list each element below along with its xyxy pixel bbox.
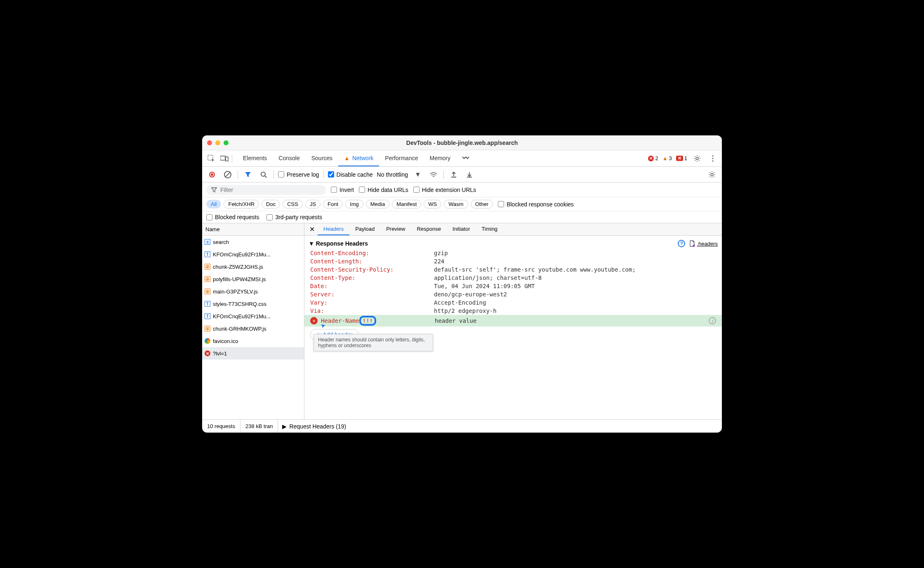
close-window[interactable]: [207, 140, 212, 145]
panel-settings-icon[interactable]: [706, 169, 718, 180]
header-row: Content-Encoding:gzip: [304, 249, 722, 257]
request-headers-section[interactable]: ▶ Request Headers (19): [278, 421, 350, 431]
pill-wasm[interactable]: Wasm: [444, 200, 468, 208]
headers-file-link[interactable]: .headers: [689, 240, 718, 247]
request-row[interactable]: favicon.ico: [202, 335, 304, 347]
stylesheet-icon: T: [205, 301, 210, 307]
request-detail-pane: ✕ Headers Payload Preview Response Initi…: [304, 223, 722, 419]
response-headers-section[interactable]: ▼ Response Headers ? .headers: [304, 238, 722, 249]
pill-fetch[interactable]: Fetch/XHR: [224, 200, 259, 208]
tab-network[interactable]: ▲ Network: [338, 150, 379, 166]
device-toggle-icon[interactable]: [219, 153, 230, 164]
invert-checkbox[interactable]: Invert: [331, 187, 354, 193]
detail-tabs: ✕ Headers Payload Preview Response Initi…: [304, 223, 722, 236]
tab-memory[interactable]: Memory: [424, 150, 456, 166]
pill-manifest[interactable]: Manifest: [392, 200, 421, 208]
hide-extension-urls-checkbox[interactable]: Hide extension URLs: [413, 187, 476, 193]
tab-response[interactable]: Response: [411, 223, 447, 235]
tab-initiator[interactable]: Initiator: [447, 223, 476, 235]
titlebar: DevTools - bubble-jingle.web.app/search: [202, 135, 722, 150]
upload-har-icon[interactable]: [448, 169, 460, 180]
disable-cache-checkbox[interactable]: Disable cache: [328, 171, 373, 178]
help-icon[interactable]: ?: [678, 240, 685, 247]
preserve-log-checkbox[interactable]: Preserve log: [278, 171, 319, 178]
header-name-input[interactable]: Header-Name!!!: [321, 316, 435, 326]
pill-font[interactable]: Font: [323, 200, 343, 208]
close-detail-button[interactable]: ✕: [306, 223, 318, 235]
maximize-window[interactable]: [224, 140, 229, 145]
minimize-window[interactable]: [215, 140, 220, 145]
blocked-cookies-checkbox[interactable]: Blocked response cookies: [498, 201, 574, 208]
network-content: Name ≡search TKFOmCnqEu92Fr1Mu... ⦿chunk…: [202, 223, 722, 419]
name-column-header[interactable]: Name: [202, 223, 304, 236]
request-row[interactable]: ⦿main-G3PZY5LV.js: [202, 285, 304, 298]
invalid-chars-highlight: !!!: [359, 316, 376, 326]
more-menu-icon[interactable]: [707, 153, 719, 164]
tab-console[interactable]: Console: [273, 150, 305, 166]
pill-all[interactable]: All: [206, 200, 221, 208]
request-list-pane: Name ≡search TKFOmCnqEu92Fr1Mu... ⦿chunk…: [202, 223, 304, 419]
status-requests: 10 requests: [202, 420, 240, 433]
third-party-checkbox[interactable]: 3rd-party requests: [266, 214, 322, 220]
tab-timing[interactable]: Timing: [476, 223, 504, 235]
download-har-icon[interactable]: [464, 169, 475, 180]
request-row[interactable]: TKFOmCnqEu92Fr1Mu...: [202, 248, 304, 260]
tab-headers[interactable]: Headers: [318, 223, 349, 235]
warning-count[interactable]: ▲ 3: [662, 155, 672, 161]
header-edit-row[interactable]: ✕ Header-Name!!! header value i ➤: [304, 315, 722, 327]
filter-row: Invert Hide data URLs Hide extension URL…: [202, 182, 722, 197]
disclosure-triangle-icon: ▶: [282, 423, 287, 430]
record-button[interactable]: [206, 169, 218, 180]
filter-input[interactable]: [220, 187, 321, 193]
issue-count[interactable]: ✕ 1: [676, 155, 687, 161]
warning-icon: ▲: [344, 155, 350, 161]
favicon-icon: [205, 338, 210, 344]
blocked-requests-checkbox[interactable]: Blocked requests: [206, 214, 259, 220]
pill-js[interactable]: JS: [305, 200, 321, 208]
main-tabs-bar: Elements Console Sources ▲ Network Perfo…: [202, 150, 722, 167]
filter-toggle-icon[interactable]: [242, 169, 254, 180]
header-value-input[interactable]: header value: [435, 317, 476, 324]
request-row[interactable]: TKFOmCnqEu92Fr1Mu...: [202, 310, 304, 322]
request-row[interactable]: ⦿chunk-Z5WZJGHS.js: [202, 260, 304, 273]
header-row: Server:deno/gcp-europe-west2: [304, 290, 722, 298]
request-row[interactable]: ≡search: [202, 236, 304, 248]
pill-img[interactable]: Img: [345, 200, 363, 208]
tab-performance[interactable]: Performance: [379, 150, 424, 166]
header-row: Content-Length:224: [304, 257, 722, 265]
network-toolbar: Preserve log Disable cache No throttling…: [202, 167, 722, 182]
clear-button[interactable]: [222, 169, 233, 180]
search-icon[interactable]: [258, 169, 269, 180]
tab-elements[interactable]: Elements: [237, 150, 273, 166]
validation-tooltip: Header names should contain only letters…: [314, 334, 433, 351]
settings-icon[interactable]: [691, 153, 703, 164]
info-icon[interactable]: i: [709, 317, 716, 324]
resource-type-pills: All Fetch/XHR Doc CSS JS Font Img Media …: [202, 197, 722, 211]
tab-preview[interactable]: Preview: [380, 223, 411, 235]
network-conditions-icon[interactable]: [428, 169, 439, 180]
hide-data-urls-checkbox[interactable]: Hide data URLs: [359, 187, 408, 193]
inspect-icon[interactable]: [205, 153, 217, 164]
request-row[interactable]: Tstyles-T73CSHRQ.css: [202, 298, 304, 310]
svg-point-9: [711, 173, 713, 176]
window-title: DevTools - bubble-jingle.web.app/search: [202, 140, 722, 146]
throttling-select[interactable]: No throttling: [377, 171, 408, 178]
pill-ws[interactable]: WS: [424, 200, 441, 208]
error-count[interactable]: ✕ 2: [648, 155, 658, 161]
pill-doc[interactable]: Doc: [262, 200, 280, 208]
request-row[interactable]: ⦿chunk-GRHMKOWP.js: [202, 322, 304, 335]
tab-sources[interactable]: Sources: [306, 150, 338, 166]
throttling-caret[interactable]: ▼: [412, 169, 424, 180]
pill-css[interactable]: CSS: [283, 200, 303, 208]
file-icon: [689, 240, 695, 247]
delete-header-button[interactable]: ✕: [310, 317, 318, 324]
header-row: Via:http/2 edgeproxy-h: [304, 307, 722, 315]
pill-other[interactable]: Other: [471, 200, 493, 208]
tab-payload[interactable]: Payload: [349, 223, 380, 235]
tabs-more[interactable]: [456, 150, 475, 166]
request-row[interactable]: ⦿polyfills-UPW4ZMSI.js: [202, 273, 304, 285]
pill-media[interactable]: Media: [366, 200, 389, 208]
script-icon: ⦿: [205, 326, 210, 331]
request-row[interactable]: ✕?lvl=1: [202, 347, 304, 360]
filter-input-wrap[interactable]: [206, 185, 326, 195]
